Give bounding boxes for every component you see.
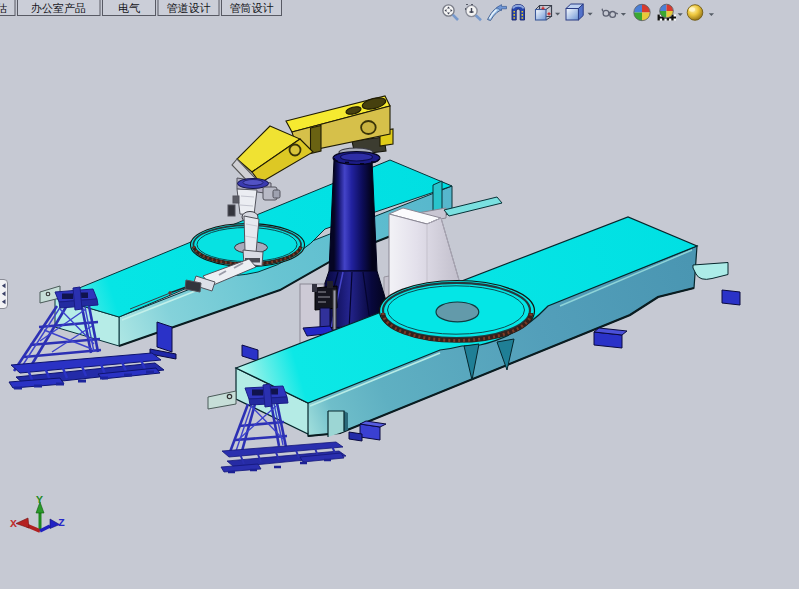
svg-text:管筒设计: 管筒设计 (230, 2, 274, 14)
svg-text:X: X (10, 517, 17, 530)
svg-text:估: 估 (0, 2, 7, 14)
svg-text:Y: Y (36, 493, 43, 506)
svg-text:管道设计: 管道设计 (167, 2, 211, 14)
svg-text:办公室产品: 办公室产品 (31, 2, 86, 14)
svg-text:电气: 电气 (118, 2, 140, 14)
svg-text:Z: Z (58, 516, 65, 529)
